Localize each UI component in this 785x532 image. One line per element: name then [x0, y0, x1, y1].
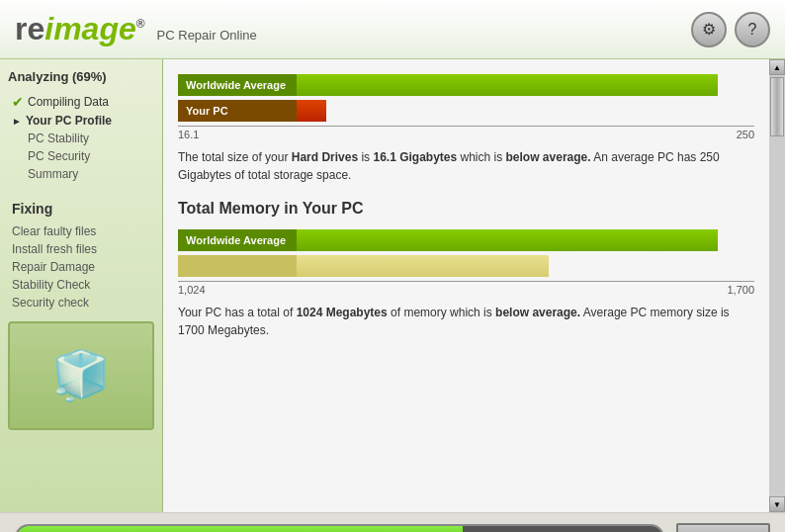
sidebar-label-compiling: Compiling Data	[28, 95, 109, 109]
progress-area: Analyzing (69.1%) ABORT	[0, 512, 785, 532]
logo-registered: ®	[136, 17, 145, 31]
sidebar-item-clearfiles[interactable]: Clear faulty files	[8, 222, 154, 240]
settings-button[interactable]: ⚙	[691, 12, 727, 47]
scrollbar-down[interactable]: ▼	[769, 496, 785, 512]
yourpc-label: Your PC	[178, 100, 297, 122]
logo-area: reimage® PC Repair Online	[15, 11, 257, 47]
harddrive-chart: Worldwide Average Your PC 16.1 250	[178, 74, 754, 140]
yourpc-bar-fill	[297, 100, 326, 122]
sidebar-sub-profile: PC Stability PC Security Summary	[8, 130, 154, 183]
scrollbar-up[interactable]: ▲	[769, 59, 785, 75]
logo: reimage®	[15, 11, 145, 47]
axis-max-2: 1,700	[727, 284, 754, 296]
memory-yourpc-bar-row	[178, 255, 754, 277]
sidebar-item-summary[interactable]: Summary	[24, 165, 154, 183]
memory-description: Your PC has a total of 1024 Megabytes of…	[178, 304, 754, 339]
axis-line-2	[178, 281, 754, 282]
sidebar: Analyzing (69%) ✔ Compiling Data ► Your …	[0, 59, 163, 512]
worldwide-bar-row: Worldwide Average	[178, 74, 754, 96]
memory-worldwide-label: Worldwide Average	[178, 229, 297, 251]
abort-button[interactable]: ABORT	[676, 523, 770, 533]
sidebar-item-installfresh[interactable]: Install fresh files	[8, 240, 154, 258]
axis-line-1	[178, 126, 754, 127]
arrow-icon: ►	[12, 116, 22, 127]
memory-chart: Worldwide Average 1,024 1,700	[178, 229, 754, 296]
worldwide-label: Worldwide Average	[178, 74, 297, 96]
help-button[interactable]: ?	[735, 12, 770, 47]
sidebar-item-pcsecurity[interactable]: PC Security	[24, 147, 154, 165]
sidebar-item-stabilitycheck[interactable]: Stability Check	[8, 276, 154, 294]
memory-worldwide-fill	[297, 229, 718, 251]
axis-labels-2: 1,024 1,700	[178, 284, 754, 296]
sidebar-label-yourpc: Your PC Profile	[26, 114, 112, 128]
main-container: Analyzing (69%) ✔ Compiling Data ► Your …	[0, 59, 785, 512]
sidebar-item-pcstability[interactable]: PC Stability	[24, 130, 154, 147]
worldwide-bar	[297, 74, 754, 96]
sidebar-item-yourpc[interactable]: ► Your PC Profile	[8, 112, 154, 130]
yourpc-bar	[297, 100, 754, 122]
check-icon: ✔	[12, 94, 24, 110]
harddrive-description: The total size of your Hard Drives is 16…	[178, 148, 754, 184]
memory-worldwide-bar	[297, 229, 754, 251]
harddrive-bold1: Hard Drives	[292, 150, 358, 164]
axis-min-2: 1,024	[178, 284, 206, 296]
sidebar-image: 🧊	[8, 321, 154, 430]
settings-icon: ⚙	[702, 20, 716, 39]
axis-max-1: 250	[737, 129, 754, 140]
memory-bold1: 1024 Megabytes	[297, 306, 388, 319]
axis-min-1: 16.1	[178, 129, 199, 140]
logo-image: image	[44, 11, 135, 46]
memory-yourpc-bar	[297, 255, 754, 277]
memory-worldwide-bar-row: Worldwide Average	[178, 229, 754, 251]
harddrive-bold3: below average.	[506, 150, 591, 164]
memory-yourpc-label	[178, 255, 297, 277]
header-icons: ⚙ ?	[691, 12, 770, 47]
help-icon: ?	[748, 21, 757, 39]
header: reimage® PC Repair Online ⚙ ?	[0, 0, 785, 59]
content-area: Worldwide Average Your PC 16.1 250 The t…	[163, 59, 769, 512]
logo-subtitle: PC Repair Online	[157, 28, 257, 43]
memory-title: Total Memory in Your PC	[178, 200, 754, 218]
cube-icon: 🧊	[51, 348, 111, 403]
sidebar-item-securitycheck[interactable]: Security check	[8, 294, 154, 311]
scrollbar[interactable]: ▲ ▼	[769, 59, 785, 512]
yourpc-bar-row: Your PC	[178, 100, 754, 122]
analyzing-title: Analyzing (69%)	[8, 69, 154, 84]
worldwide-bar-fill	[297, 74, 718, 96]
memory-bold2: below average.	[495, 306, 580, 319]
sidebar-item-compiling[interactable]: ✔ Compiling Data	[8, 92, 154, 112]
progress-bar-container: Analyzing (69.1%)	[15, 524, 664, 533]
sidebar-item-repairdamage[interactable]: Repair Damage	[8, 258, 154, 276]
scrollbar-thumb[interactable]	[770, 77, 784, 136]
logo-re: re	[15, 11, 44, 46]
harddrive-bold2: 16.1 Gigabytes	[373, 150, 457, 164]
axis-labels-1: 16.1 250	[178, 129, 754, 140]
fixing-label: Fixing	[8, 201, 154, 217]
memory-yourpc-fill	[297, 255, 549, 277]
